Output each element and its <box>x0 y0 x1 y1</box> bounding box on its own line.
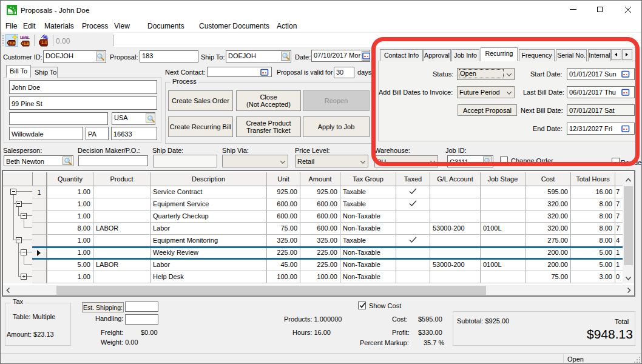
svg-text:1.0: 1.0 <box>41 40 47 44</box>
svg-text:1.0: 1.0 <box>10 41 15 45</box>
svg-text:LEVEL: LEVEL <box>20 35 30 39</box>
svg-text:1.0: 1.0 <box>24 41 29 46</box>
